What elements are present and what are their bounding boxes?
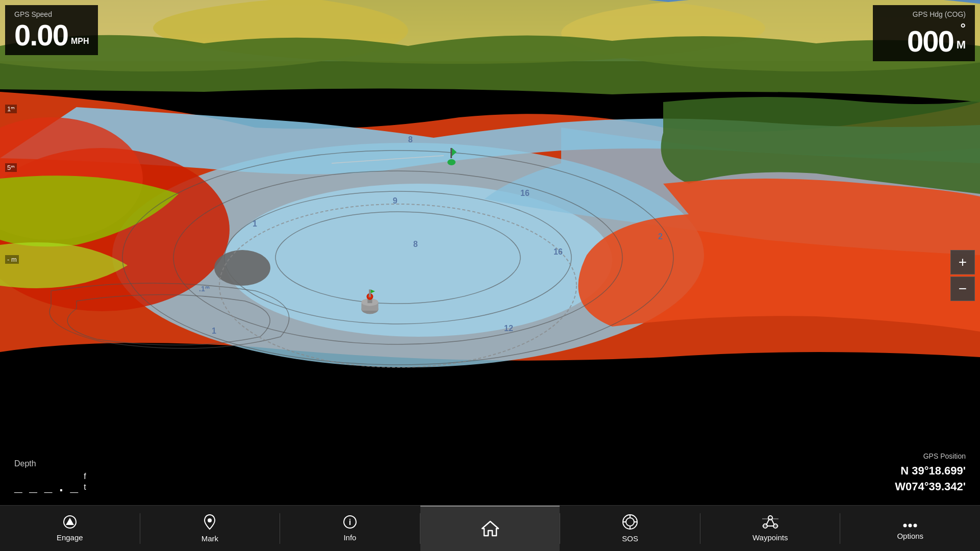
svg-marker-23 xyxy=(452,148,457,156)
depth-label-16b: 16 xyxy=(554,247,563,257)
svg-point-8 xyxy=(122,151,673,365)
depth-label-8b: 8 xyxy=(408,135,413,144)
svg-point-5 xyxy=(224,184,612,337)
nav-mark-label: Mark xyxy=(202,534,218,543)
zoom-out-button[interactable]: − xyxy=(950,277,975,301)
gps-lon: W074°39.342' xyxy=(872,479,966,495)
nav-engage[interactable]: Engage xyxy=(0,506,140,551)
waypoints-icon xyxy=(762,515,778,531)
map-svg xyxy=(0,0,980,505)
svg-point-12 xyxy=(214,250,270,286)
gps-position-label: GPS Position xyxy=(872,452,966,460)
gps-speed-unit: MPH xyxy=(71,36,89,46)
svg-rect-20 xyxy=(369,289,371,297)
scale-1m: 1ᵐ xyxy=(5,105,17,113)
gps-speed-label: GPS Speed xyxy=(14,10,89,18)
svg-point-4 xyxy=(112,143,704,367)
svg-point-45 xyxy=(903,524,907,528)
nav-engage-label: Engage xyxy=(57,533,83,542)
map-background[interactable]: 1ᵐ 5ᵐ - m 9 16 8 16 1 1 12 2 .1ᵐ 8 xyxy=(0,0,980,551)
svg-point-46 xyxy=(909,524,912,528)
svg-point-13 xyxy=(219,204,576,367)
gps-hdg-label: GPS Hdg (COG) xyxy=(882,10,966,18)
depth-label-1b: 1 xyxy=(212,327,216,336)
gps-hdg-widget: GPS Hdg (COG) 000 °M xyxy=(873,5,975,61)
gps-hdg-value: 000 xyxy=(907,27,953,56)
options-icon xyxy=(903,516,917,530)
home-icon xyxy=(481,519,499,539)
engage-icon xyxy=(63,515,77,531)
depth-label-12: 12 xyxy=(504,324,513,333)
svg-marker-30 xyxy=(482,521,498,536)
gps-speed-widget: GPS Speed 0.00 MPH xyxy=(5,5,98,55)
nav-sos[interactable]: SOS xyxy=(560,506,700,551)
gps-hdg-unit: °M xyxy=(957,20,966,52)
svg-point-47 xyxy=(914,524,917,528)
nav-info-label: Info xyxy=(343,533,356,542)
depth-label-9: 9 xyxy=(393,196,397,206)
depth-label-16a: 16 xyxy=(520,189,530,198)
scale-m: - m xyxy=(5,255,19,264)
gps-lat: N 39°18.699' xyxy=(872,463,966,479)
svg-point-11 xyxy=(275,212,520,304)
svg-point-9 xyxy=(173,171,622,344)
info-icon: i xyxy=(343,515,357,531)
buoy-marker xyxy=(446,148,457,166)
depth-widget: Depth _ _ _ . _ f t xyxy=(5,454,97,500)
zoom-controls: + − xyxy=(950,250,975,301)
svg-point-7 xyxy=(0,117,143,240)
depth-label-8a: 8 xyxy=(413,240,418,249)
nav-sos-label: SOS xyxy=(622,534,638,543)
svg-rect-22 xyxy=(450,148,452,158)
svg-point-10 xyxy=(224,191,571,324)
nav-waypoints[interactable]: Waypoints xyxy=(700,506,840,551)
nav-info[interactable]: i Info xyxy=(280,506,420,551)
depth-label-1a: 1 xyxy=(253,219,257,229)
zoom-in-button[interactable]: + xyxy=(950,250,975,274)
nav-home[interactable] xyxy=(420,506,560,551)
nav-waypoints-label: Waypoints xyxy=(752,533,788,542)
svg-text:i: i xyxy=(349,518,351,527)
depth-unit: f t xyxy=(84,471,86,493)
svg-point-27 xyxy=(208,518,212,522)
svg-line-41 xyxy=(766,519,769,525)
depth-label: Depth xyxy=(14,459,88,468)
svg-point-24 xyxy=(447,159,456,165)
app: 1ᵐ 5ᵐ - m 9 16 8 16 1 1 12 2 .1ᵐ 8 xyxy=(0,0,980,551)
nav-options[interactable]: Options xyxy=(840,506,980,551)
sos-icon xyxy=(622,514,638,532)
bottom-nav: Engage Mark i Info xyxy=(0,505,980,551)
svg-marker-21 xyxy=(371,289,375,293)
depth-label-0.1m: .1ᵐ xyxy=(199,285,210,293)
nav-options-label: Options xyxy=(897,532,923,540)
boat-icon xyxy=(357,286,383,316)
sky xyxy=(0,0,980,61)
svg-point-32 xyxy=(626,518,634,526)
depth-label-2: 2 xyxy=(658,232,663,241)
gps-position-widget: GPS Position N 39°18.699' W074°39.342' xyxy=(863,447,975,500)
nav-mark[interactable]: Mark xyxy=(140,506,280,551)
svg-point-6 xyxy=(0,148,230,311)
mark-icon xyxy=(203,514,217,532)
svg-marker-26 xyxy=(66,518,74,525)
svg-line-42 xyxy=(771,519,774,525)
gps-speed-value: 0.00 xyxy=(14,20,68,50)
scale-5m: 5ᵐ xyxy=(5,163,17,172)
depth-value: _ _ _ . _ xyxy=(14,479,80,495)
